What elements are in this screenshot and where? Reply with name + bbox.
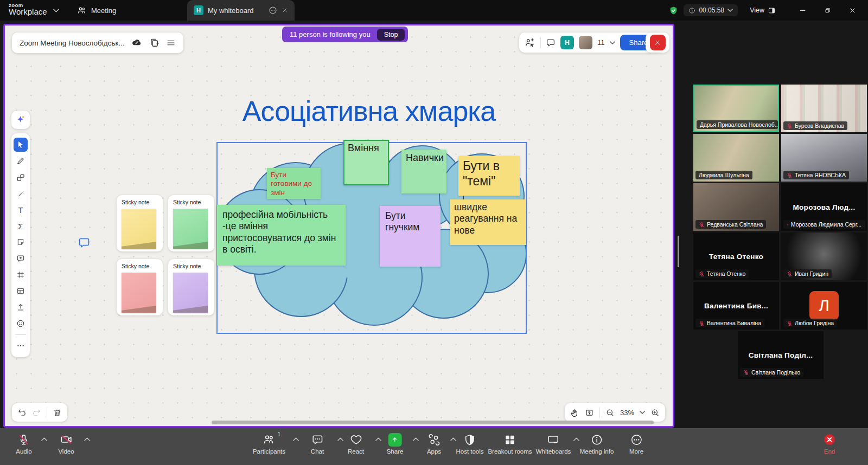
share-screen-button[interactable]: Share [387,433,404,455]
yellow-note-preview[interactable] [122,209,156,249]
text-tool[interactable]: T [14,203,28,217]
add-collaborator-icon[interactable] [525,37,535,48]
react-chevron-up-icon[interactable] [375,437,381,441]
select-tool[interactable] [14,138,28,152]
video-tile[interactable]: Л Любов Гридіна [781,282,867,330]
canvas-title-text[interactable]: Асоціативна хмарка [214,95,524,127]
zoom-in-icon[interactable] [650,408,660,417]
whiteboard-doc-title[interactable]: Zoom Meeting Новослобідськ... [20,39,125,47]
react-button[interactable]: React [348,433,364,455]
video-tile[interactable]: Бурсов Владислав [781,85,867,132]
undo-icon[interactable] [17,408,27,417]
sticky-note-hnuchkym[interactable]: Бути гнучким [380,206,441,267]
video-tile[interactable]: Морозова Люд... Морозова Людмила Серг... [781,183,867,231]
sticky-note-vminnia[interactable]: Вміння [343,140,389,185]
canvas-comment-bubble-icon[interactable] [78,236,91,249]
chat-chevron-up-icon[interactable] [337,437,343,441]
host-tools-button[interactable]: Host tools [456,433,483,455]
emoji-tool[interactable] [14,317,28,331]
video-tile[interactable]: Тетяна Отенко Тетяна Отенко [693,232,779,280]
video-tile[interactable]: Людмила Шульгіна [693,134,779,182]
whiteboards-chevron-up-icon[interactable] [573,437,579,441]
menu-burger-icon[interactable] [166,38,176,48]
video-tile[interactable]: Тетяна ЯНОВСЬКА [781,134,867,182]
tab-more-icon[interactable] [269,6,277,15]
line-tool[interactable] [14,186,28,201]
restore-button[interactable] [815,7,840,15]
whiteboard-canvas[interactable]: Zoom Meeting Новослобідськ... 1 11 perso… [3,24,674,428]
sticky-note-mobilnist[interactable]: професійна мобільність -це вміння присто… [217,205,346,266]
equation-tool[interactable]: Σ [14,219,28,233]
end-meeting-button[interactable]: End [823,433,836,455]
video-tile[interactable]: Иван Гридин [781,232,867,280]
video-tile[interactable]: Валентина Бив... Валентина Биваліна [693,282,779,330]
zoom-workplace-logo[interactable]: zoom Workplace [9,2,47,16]
stop-following-button[interactable]: Stop [377,29,405,41]
upload-tool[interactable] [14,300,28,314]
template-tool[interactable] [14,284,28,298]
video-tile[interactable]: Світлана Поділ... Світлана Поділько [738,331,824,379]
comment-tool[interactable] [14,251,28,266]
green-note-preview[interactable] [173,209,208,249]
sticky-note-navychky[interactable]: Навички [401,150,446,193]
workspace-chevron-down-icon[interactable] [53,9,59,12]
video-tile[interactable]: Дарья Привалова Новослоб... [693,85,779,132]
sticky-palette-pink[interactable]: Sticky note [117,259,163,315]
sticky-note-icon [16,238,25,247]
cloud-sync-icon[interactable] [131,37,142,48]
security-shield-icon[interactable] [669,6,678,15]
pages-button[interactable]: 1 [149,37,159,48]
breakout-rooms-button[interactable]: Breakout rooms [488,433,532,455]
horizontal-scrollbar[interactable] [212,421,654,424]
participants-chevron-up-icon[interactable] [293,437,299,441]
audio-button[interactable]: Audio [16,433,31,455]
apps-chevron-up-icon[interactable] [450,437,456,441]
sticky-note-buty-v-temi[interactable]: Бути в "темі" [458,156,520,196]
chat-button[interactable]: Chat [311,433,324,455]
tab-meeting[interactable]: Meeting [71,0,123,21]
close-whiteboard-button[interactable] [650,35,666,50]
audio-chevron-up-icon[interactable] [41,437,47,441]
trash-icon[interactable] [53,408,62,417]
tab-close-icon[interactable] [282,7,288,14]
sticky-note-hotovymy[interactable]: Бути готовими до змін [267,168,321,199]
pen-tool[interactable] [14,154,28,168]
video-chevron-up-icon[interactable] [84,437,90,441]
tab-my-whiteboard[interactable]: H My whiteboard [187,0,295,21]
frame-tool[interactable] [14,268,28,282]
meeting-info-button[interactable]: Meeting info [580,433,614,455]
collaborator-avatar-h[interactable]: H [560,36,574,49]
collaborator-avatar-photo[interactable] [579,36,592,49]
sticky-note-shvydke[interactable]: швидке реагування на нове [450,199,526,245]
participants-button[interactable]: 1 Participants [253,433,285,455]
video-button[interactable]: Video [58,433,74,455]
whiteboard-toolbar: T Σ [11,133,30,357]
view-button[interactable]: View [750,7,776,15]
shapes-tool[interactable] [14,170,28,184]
video-tile[interactable]: Редванська Світлана [693,183,779,231]
apps-button[interactable]: Apps [427,433,441,455]
panel-scrollbar[interactable] [678,236,679,267]
share-chevron-up-icon[interactable] [413,437,419,441]
redo-icon[interactable] [32,408,41,417]
pan-hand-icon[interactable] [570,408,579,417]
zoom-level[interactable]: 33% [620,409,634,417]
close-window-button[interactable] [840,7,865,15]
pink-note-preview[interactable] [122,273,156,313]
meeting-timer[interactable]: 00:05:58 [684,4,738,16]
purple-note-preview[interactable] [173,273,208,313]
zoom-chevron-down-icon[interactable] [640,411,645,414]
ai-assistant-button[interactable] [11,111,30,129]
more-button[interactable]: More [629,433,643,455]
sticky-palette-yellow[interactable]: Sticky note [117,195,163,251]
zoom-out-icon[interactable] [605,408,615,417]
collaborators-chevron-down-icon[interactable] [610,41,615,44]
comments-icon[interactable] [546,38,556,48]
minimap-icon[interactable] [585,408,594,417]
more-tools[interactable] [14,339,28,353]
sticky-note-tool[interactable] [14,235,28,249]
sticky-palette-green[interactable]: Sticky note [168,195,214,251]
sticky-palette-purple[interactable]: Sticky note [168,259,214,315]
minimize-button[interactable] [790,7,815,15]
whiteboards-button[interactable]: Whiteboards [536,433,571,455]
